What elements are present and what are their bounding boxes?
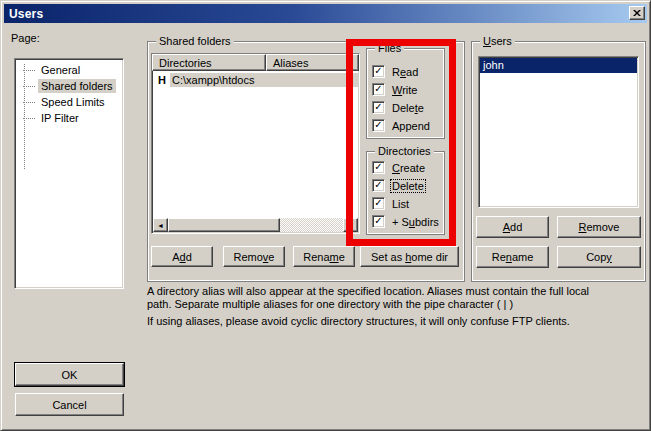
- directories-group-label: Directories: [375, 145, 434, 157]
- checkbox-read[interactable]: Read: [372, 64, 419, 79]
- users-dialog: Users Page: General Shared folders Speed…: [0, 0, 651, 431]
- checkbox-dir-delete[interactable]: Delete: [372, 178, 425, 193]
- folder-remove-button[interactable]: Remove: [223, 246, 285, 267]
- page-item-speed-limits[interactable]: Speed Limits: [15, 94, 123, 110]
- column-header-aliases[interactable]: Aliases: [266, 54, 351, 71]
- user-row-john[interactable]: john: [480, 58, 637, 73]
- ok-button[interactable]: OK: [15, 363, 124, 386]
- alias-note-line3: If using aliases, please avoid cyclic di…: [147, 315, 570, 327]
- column-header-filler: [351, 54, 359, 71]
- checkbox-subdirs[interactable]: + Subdirs: [372, 214, 440, 229]
- checkbox-file-delete[interactable]: Delete: [372, 100, 425, 115]
- files-group-label: Files: [375, 42, 404, 54]
- tree-branch-icon: [23, 102, 35, 103]
- directory-row[interactable]: H C:\xampp\htdocs: [153, 72, 358, 87]
- scroll-left-icon[interactable]: ◄: [153, 218, 168, 232]
- page-item-general[interactable]: General: [15, 62, 123, 78]
- checkbox-list[interactable]: List: [372, 196, 410, 211]
- checkbox-checked-icon[interactable]: [372, 101, 385, 114]
- folder-rename-button[interactable]: Rename: [293, 246, 355, 267]
- close-icon[interactable]: [629, 6, 645, 20]
- users-group-label: Users: [480, 35, 515, 47]
- page-label: Page:: [11, 32, 40, 44]
- checkbox-checked-icon[interactable]: [372, 215, 385, 228]
- checkbox-checked-icon[interactable]: [372, 83, 385, 96]
- page-list: General Shared folders Speed Limits IP F…: [14, 58, 124, 289]
- title-bar[interactable]: Users: [4, 4, 647, 23]
- checkbox-create[interactable]: Create: [372, 160, 426, 175]
- scroll-right-icon[interactable]: ►: [343, 218, 358, 232]
- shared-folders-list: Directories Aliases H C:\xampp\htdocs ◄ …: [151, 53, 360, 234]
- alias-note-line2: path. Separate multiple aliases for one …: [147, 298, 513, 310]
- checkbox-checked-icon[interactable]: [372, 197, 385, 210]
- scrollbar-thumb[interactable]: [168, 218, 280, 232]
- checkbox-append[interactable]: Append: [372, 118, 431, 133]
- scrollbar-track[interactable]: [280, 218, 343, 232]
- checkbox-checked-icon[interactable]: [372, 161, 385, 174]
- checkbox-write[interactable]: Write: [372, 82, 418, 97]
- horizontal-scrollbar[interactable]: ◄ ►: [153, 218, 358, 232]
- tree-branch-icon: [23, 70, 35, 71]
- user-add-button[interactable]: Add: [476, 216, 549, 238]
- folder-add-button[interactable]: Add: [151, 246, 213, 267]
- page-item-ip-filter[interactable]: IP Filter: [15, 110, 123, 126]
- set-as-home-dir-button[interactable]: Set as home dir: [360, 246, 459, 267]
- user-rename-button[interactable]: Rename: [476, 246, 549, 268]
- window-title: Users: [4, 7, 43, 21]
- column-header-directories[interactable]: Directories: [152, 54, 266, 71]
- cancel-button[interactable]: Cancel: [15, 393, 124, 416]
- page-item-shared-folders[interactable]: Shared folders: [15, 78, 123, 94]
- user-copy-button[interactable]: Copy: [557, 246, 641, 268]
- checkbox-checked-icon[interactable]: [372, 179, 385, 192]
- home-flag: H: [153, 74, 170, 86]
- list-header: Directories Aliases: [152, 54, 359, 71]
- directory-path: C:\xampp\htdocs: [170, 73, 358, 87]
- checkbox-checked-icon[interactable]: [372, 65, 385, 78]
- users-list: john: [478, 56, 639, 208]
- tree-branch-icon: [23, 86, 35, 87]
- shared-folders-group-label: Shared folders: [156, 35, 234, 47]
- alias-note-line1: A directory alias will also appear at th…: [147, 285, 589, 297]
- checkbox-checked-icon[interactable]: [372, 119, 385, 132]
- x-icon: [633, 10, 641, 17]
- user-remove-button[interactable]: Remove: [557, 216, 641, 238]
- tree-branch-icon: [23, 118, 35, 119]
